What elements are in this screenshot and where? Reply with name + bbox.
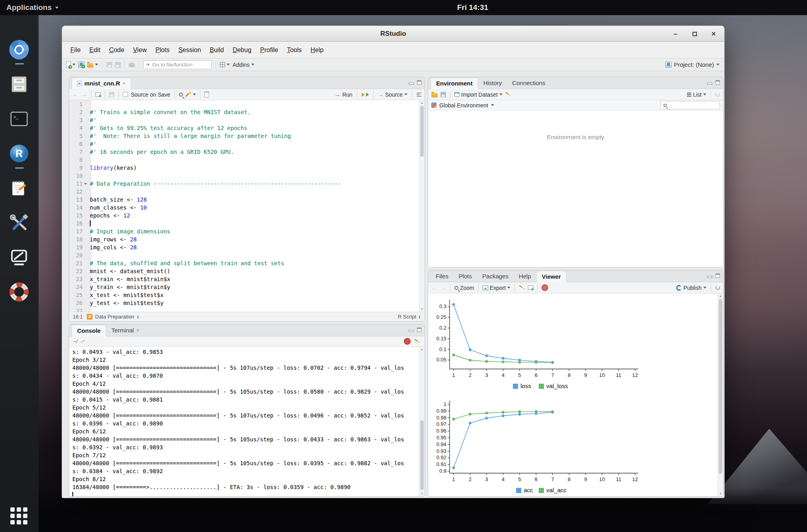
save-workspace-icon[interactable] [440, 92, 446, 97]
code-line[interactable]: 12 [69, 188, 419, 196]
document-outline-icon[interactable] [417, 92, 421, 97]
tab-console[interactable]: Console [72, 325, 106, 336]
menu-file[interactable]: File [66, 42, 85, 58]
save-button[interactable] [107, 62, 112, 68]
dock-item-help[interactable] [7, 280, 31, 304]
menu-view[interactable]: View [129, 42, 151, 58]
tab-terminal[interactable]: Terminal × [106, 324, 144, 336]
code-line[interactable]: 3#' [69, 116, 419, 124]
code-line[interactable]: 10 [69, 172, 419, 180]
minimize-pane-icon[interactable] [707, 83, 712, 85]
code-line[interactable]: 23x_train <- mnist$train$x [69, 275, 419, 283]
menu-build[interactable]: Build [206, 42, 229, 58]
dock-item-rstudio[interactable]: R [7, 142, 31, 165]
scope-selector[interactable]: # Data Preparation ▲▼ [87, 314, 139, 320]
dock-item-terminal[interactable]: >_ [7, 107, 31, 131]
code-line[interactable]: 14num_classes <- 10 [69, 204, 419, 212]
menu-edit[interactable]: Edit [85, 42, 105, 58]
stop-icon[interactable] [541, 284, 548, 291]
code-line[interactable]: 26y_test <- mnist$test$y [69, 299, 419, 307]
code-tools-button[interactable] [186, 92, 196, 97]
popout-icon[interactable] [528, 285, 533, 290]
tab-plots[interactable]: Plots [454, 270, 477, 282]
import-dataset-button[interactable]: Import Dataset [454, 91, 502, 98]
console-output[interactable]: s: 0.0493 - val_acc: 0.9853Epoch 3/12480… [69, 347, 419, 496]
refresh-icon[interactable] [716, 92, 720, 97]
doc-type-selector[interactable]: R Script ▲▼ [398, 314, 421, 320]
source-on-save-checkbox[interactable] [123, 92, 128, 97]
save-source-button[interactable] [109, 92, 114, 97]
title-bar[interactable]: RStudio – × [62, 26, 724, 42]
environment-search[interactable] [660, 101, 720, 109]
minimize-pane-icon[interactable] [707, 276, 712, 278]
dock-item-display[interactable] [7, 245, 31, 269]
project-menu[interactable]: RProject: (None) [665, 61, 720, 68]
dock-item-tools[interactable] [7, 211, 31, 235]
tab-environment[interactable]: Environment [431, 78, 478, 89]
menu-session[interactable]: Session [174, 42, 206, 58]
minimize-pane-icon[interactable] [409, 330, 414, 332]
maximize-pane-icon[interactable] [417, 328, 421, 332]
back-icon[interactable]: ← [431, 284, 437, 291]
fold-icon[interactable] [84, 183, 87, 185]
applications-menu[interactable]: Applications [0, 0, 65, 15]
code-line[interactable]: 1 [69, 100, 419, 108]
clear-console-icon[interactable] [414, 338, 421, 345]
close-tab-icon[interactable]: × [136, 324, 140, 336]
viewer-scrollbar[interactable]: ▲ ▼ [718, 293, 723, 496]
menu-tools[interactable]: Tools [283, 42, 306, 58]
code-line[interactable]: 17# Input image dimensions [69, 227, 419, 235]
forward-icon[interactable]: → [440, 284, 446, 291]
chevron-down-icon[interactable] [491, 104, 494, 106]
scrollbar-thumb[interactable] [420, 106, 424, 157]
clear-viewer-icon[interactable] [519, 285, 525, 291]
print-button[interactable] [129, 63, 135, 67]
panes-layout-button[interactable] [220, 62, 230, 67]
clear-environment-icon[interactable] [505, 91, 512, 98]
zoom-button[interactable]: Zoom [454, 285, 474, 291]
maximize-pane-icon[interactable] [716, 274, 720, 278]
menu-help[interactable]: Help [306, 42, 328, 58]
code-line[interactable]: 27 [69, 307, 419, 312]
tab-mnist-cnn[interactable]: R mnist_cnn.R × [72, 78, 131, 89]
code-line[interactable]: 4#' Gets to 99.25% test accuracy after 1… [69, 124, 419, 132]
load-workspace-icon[interactable] [431, 93, 438, 97]
new-project-button[interactable]: R+ [78, 62, 84, 68]
goto-directory-icon[interactable] [81, 340, 85, 344]
editor-scrollbar[interactable]: ▲ ▼ [419, 100, 425, 312]
close-tab-icon[interactable]: × [122, 78, 126, 89]
run-button[interactable]: →Run [334, 91, 353, 98]
new-file-button[interactable]: + [66, 62, 76, 68]
code-line[interactable]: 22mnist <- dataset_mnist() [69, 267, 419, 275]
code-editor[interactable]: 12#' Trains a simple convnet on the MNIS… [69, 100, 419, 312]
code-line[interactable]: 25x_test <- mnist$test$x [69, 291, 419, 299]
code-line[interactable]: 7#' 16 seconds per epoch on a GRID K520 … [69, 148, 419, 156]
code-line[interactable]: 9library(keras) [69, 164, 419, 172]
open-file-button[interactable] [87, 62, 98, 68]
code-line[interactable]: 21# The data, shuffled and split between… [69, 259, 419, 267]
console-scrollbar[interactable]: ▲ ▼ [419, 347, 425, 496]
goto-file-input[interactable] [152, 62, 204, 68]
code-line[interactable]: 18img_rows <- 28 [69, 235, 419, 243]
dock-item-text-editor[interactable] [7, 176, 31, 200]
menu-debug[interactable]: Debug [228, 42, 256, 58]
minimize-button[interactable]: – [672, 30, 679, 38]
dock-item-chromium[interactable] [7, 38, 31, 62]
code-line[interactable]: 2#' Trains a simple convnet on the MNIST… [69, 108, 419, 116]
code-line[interactable]: 24y_train <- mnist$train$y [69, 283, 419, 291]
maximize-pane-icon[interactable] [417, 80, 421, 85]
code-line[interactable]: 19img_cols <- 28 [69, 243, 419, 251]
minimize-pane-icon[interactable] [409, 83, 414, 85]
popout-icon[interactable] [95, 92, 101, 97]
clock[interactable]: Fri 14:31 [457, 0, 488, 15]
stop-icon[interactable] [404, 338, 411, 345]
goto-file-search[interactable] [143, 60, 211, 69]
tab-files[interactable]: Files [431, 270, 454, 282]
publish-button[interactable]: Publish [676, 285, 706, 291]
source-button[interactable]: →Source [378, 91, 407, 98]
menu-code[interactable]: Code [105, 42, 128, 58]
tab-packages[interactable]: Packages [477, 270, 514, 282]
code-line[interactable]: 11# Data Preparation -------------------… [69, 180, 419, 188]
code-line[interactable]: 6#' [69, 140, 419, 148]
code-line[interactable]: 20 [69, 251, 419, 259]
